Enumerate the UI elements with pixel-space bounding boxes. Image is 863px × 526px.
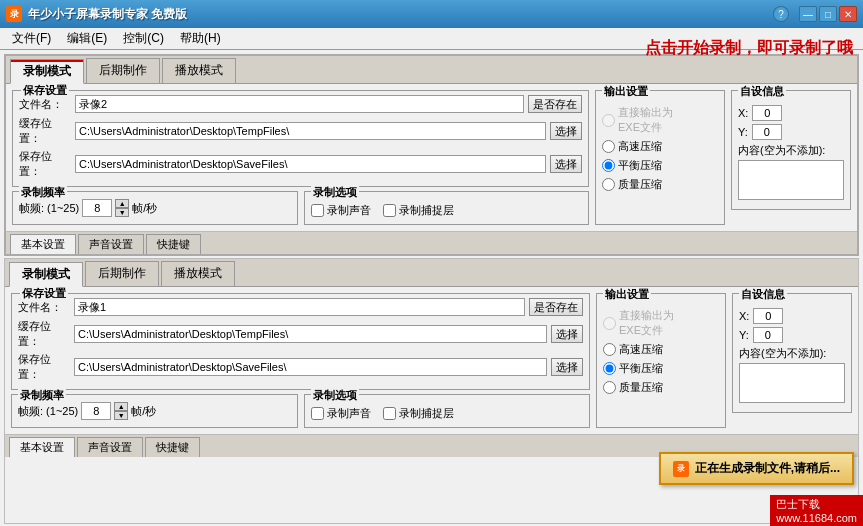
cache-pos-input[interactable] — [75, 122, 546, 140]
menu-edit[interactable]: 编辑(E) — [59, 28, 115, 49]
second-out-opt-0: 直接输出为EXE文件 — [603, 308, 719, 338]
top-tabs: 录制模式 后期制作 播放模式 — [6, 56, 857, 84]
second-self-y-row: Y: — [739, 327, 845, 343]
self-y-input[interactable] — [752, 124, 782, 140]
title-bar: 录 年少小子屏幕录制专家 免费版 ? — □ ✕ — [0, 0, 863, 28]
exists-button[interactable]: 是否存在 — [528, 95, 582, 113]
app-icon: 录 — [6, 6, 22, 22]
second-freq-row: 帧频: (1~25) ▲ ▼ 帧/秒 — [18, 402, 291, 420]
btab-shortcut[interactable]: 快捷键 — [146, 234, 201, 254]
self-x-input[interactable] — [752, 105, 782, 121]
second-self-y[interactable] — [753, 327, 783, 343]
output-option-2: 平衡压缩 — [602, 158, 718, 173]
second-freq-label: 帧频: (1~25) — [18, 404, 78, 419]
output-radio-3[interactable] — [602, 178, 615, 191]
frequency-group: 录制频率 帧频: (1~25) ▲ ▼ 帧/秒 — [12, 191, 298, 225]
second-output-section: 输出设置 直接输出为EXE文件 高速压缩 平衡压缩 — [596, 293, 726, 428]
second-filename-input[interactable] — [74, 298, 525, 316]
second-btab-shortcut[interactable]: 快捷键 — [145, 437, 200, 457]
output-settings-section: 输出设置 直接输出为EXE文件 高速压缩 平衡压缩 — [595, 90, 725, 225]
second-self-content-label: 内容(空为不添加): — [739, 347, 826, 359]
second-cache-select[interactable]: 选择 — [551, 325, 583, 343]
maximize-button[interactable]: □ — [819, 6, 837, 22]
second-btab-sound[interactable]: 声音设置 — [77, 437, 143, 457]
second-self-x-label: X: — [739, 310, 749, 322]
second-savepos-row: 保存位置： 选择 — [18, 352, 583, 382]
second-save-settings-title: 保存设置 — [20, 286, 68, 301]
freq-up[interactable]: ▲ — [115, 199, 129, 208]
second-out-label-2: 平衡压缩 — [619, 361, 663, 376]
save-select-button[interactable]: 选择 — [550, 155, 582, 173]
output-radio-2[interactable] — [602, 159, 615, 172]
second-freq-spinner: ▲ ▼ — [114, 402, 128, 420]
capture-checkbox[interactable] — [383, 204, 396, 217]
second-freq-down[interactable]: ▼ — [114, 411, 128, 420]
record-options-title: 录制选项 — [311, 185, 359, 200]
output-label-2: 平衡压缩 — [618, 158, 662, 173]
self-content-input[interactable] — [738, 160, 844, 200]
tab-playback-second[interactable]: 播放模式 — [161, 261, 235, 286]
freq-input[interactable] — [82, 199, 112, 217]
sound-label: 录制声音 — [327, 203, 371, 218]
filename-input[interactable] — [75, 95, 524, 113]
tab-post-prod-second[interactable]: 后期制作 — [85, 261, 159, 286]
second-out-radio-3[interactable] — [603, 381, 616, 394]
second-capture-label: 录制捕捉层 — [399, 406, 454, 421]
tab-post-prod-top[interactable]: 后期制作 — [86, 58, 160, 83]
second-output-group: 输出设置 直接输出为EXE文件 高速压缩 平衡压缩 — [596, 293, 726, 428]
tab-record-mode-top[interactable]: 录制模式 — [10, 59, 84, 84]
filename-label: 文件名： — [19, 97, 71, 112]
window-controls: — □ ✕ — [799, 6, 857, 22]
second-exists-button[interactable]: 是否存在 — [529, 298, 583, 316]
output-radio-0[interactable] — [602, 114, 615, 127]
second-freq-up[interactable]: ▲ — [114, 402, 128, 411]
second-self-section: 自设信息 X: Y: 内容(空为不添加): — [732, 293, 852, 428]
close-button[interactable]: ✕ — [839, 6, 857, 22]
self-y-row: Y: — [738, 124, 844, 140]
top-panel: 录制模式 后期制作 播放模式 保存设置 文件名： 是否存在 — [4, 54, 859, 256]
save-pos-input[interactable] — [75, 155, 546, 173]
self-x-row: X: — [738, 105, 844, 121]
output-label-1: 高速压缩 — [618, 139, 662, 154]
self-y-label: Y: — [738, 126, 748, 138]
second-savepos-input[interactable] — [74, 358, 547, 376]
freq-spinner: ▲ ▼ — [115, 199, 129, 217]
save-pos-label: 保存位置： — [19, 149, 71, 179]
self-info-group: 自设信息 X: Y: 内容(空为不添加): — [731, 90, 851, 210]
sound-checkbox[interactable] — [311, 204, 324, 217]
help-button[interactable]: ? — [773, 6, 789, 22]
self-info-section: 自设信息 X: Y: 内容(空为不添加): — [731, 90, 851, 225]
second-panel-content: 保存设置 文件名： 是否存在 缓存位置： 选择 保存位置： 选择 — [5, 287, 858, 434]
second-freq-title: 录制频率 — [18, 388, 66, 403]
btab-sound[interactable]: 声音设置 — [78, 234, 144, 254]
second-out-radio-2[interactable] — [603, 362, 616, 375]
second-self-title: 自设信息 — [739, 287, 787, 302]
second-btab-basic[interactable]: 基本设置 — [9, 437, 75, 457]
cache-select-button[interactable]: 选择 — [550, 122, 582, 140]
second-out-opt-3: 质量压缩 — [603, 380, 719, 395]
record-options-group: 录制选项 录制声音 录制捕捉层 — [304, 191, 590, 225]
menu-control[interactable]: 控制(C) — [115, 28, 172, 49]
tab-playback-top[interactable]: 播放模式 — [162, 58, 236, 83]
tab-record-mode-second[interactable]: 录制模式 — [9, 262, 83, 287]
second-savepos-select[interactable]: 选择 — [551, 358, 583, 376]
menu-help[interactable]: 帮助(H) — [172, 28, 229, 49]
second-cache-input[interactable] — [74, 325, 547, 343]
second-sound-checkbox[interactable] — [311, 407, 324, 420]
minimize-button[interactable]: — — [799, 6, 817, 22]
second-self-x[interactable] — [753, 308, 783, 324]
menu-file[interactable]: 文件(F) — [4, 28, 59, 49]
second-capture-checkbox[interactable] — [383, 407, 396, 420]
output-settings-title: 输出设置 — [602, 84, 650, 99]
output-radio-1[interactable] — [602, 140, 615, 153]
second-filename-label: 文件名： — [18, 300, 70, 315]
second-sound-label: 录制声音 — [327, 406, 371, 421]
second-out-radio-1[interactable] — [603, 343, 616, 356]
freq-down[interactable]: ▼ — [115, 208, 129, 217]
second-out-radio-0[interactable] — [603, 317, 616, 330]
toast-icon: 录 — [673, 461, 689, 477]
btab-basic[interactable]: 基本设置 — [10, 234, 76, 254]
toast-notification: 录 正在生成录制文件,请稍后... — [659, 452, 854, 485]
second-self-content[interactable] — [739, 363, 845, 403]
second-freq-input[interactable] — [81, 402, 111, 420]
